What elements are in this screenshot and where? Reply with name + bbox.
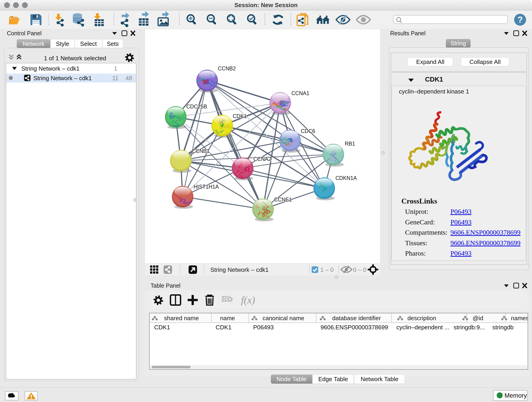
svg-text:CDC6: CDC6 xyxy=(301,128,315,134)
svg-text:HIST1H1A: HIST1H1A xyxy=(194,184,219,190)
svg-text:Memory: Memory xyxy=(505,392,527,399)
svg-text:String Network – cdk1: String Network – cdk1 xyxy=(210,266,268,273)
svg-text:namespac: namespac xyxy=(511,315,528,322)
svg-text:CCNE1: CCNE1 xyxy=(274,197,292,203)
svg-text:CDC25B: CDC25B xyxy=(186,104,207,109)
svg-text:CCNB1: CCNB1 xyxy=(192,148,210,154)
svg-text:CDK1: CDK1 xyxy=(233,113,247,119)
svg-text:shared name: shared name xyxy=(164,315,199,322)
svg-text:canonical name: canonical name xyxy=(263,315,304,322)
svg-text:description: description xyxy=(407,315,436,322)
svg-text:f(x): f(x) xyxy=(241,294,255,306)
svg-text:CCNA2: CCNA2 xyxy=(253,156,271,162)
svg-text:CCNB2: CCNB2 xyxy=(218,65,236,71)
svg-text:CCNA1: CCNA1 xyxy=(291,90,309,96)
svg-text:name: name xyxy=(220,315,235,322)
svg-text:@id: @id xyxy=(473,315,483,322)
svg-text:0 – 0: 0 – 0 xyxy=(353,266,366,273)
svg-text:?: ? xyxy=(517,15,523,25)
svg-text:CDKN1A: CDKN1A xyxy=(336,175,357,181)
svg-text:database identifier: database identifier xyxy=(332,315,381,322)
svg-text:1 – 0: 1 – 0 xyxy=(320,266,334,273)
svg-text:RB1: RB1 xyxy=(345,141,355,147)
